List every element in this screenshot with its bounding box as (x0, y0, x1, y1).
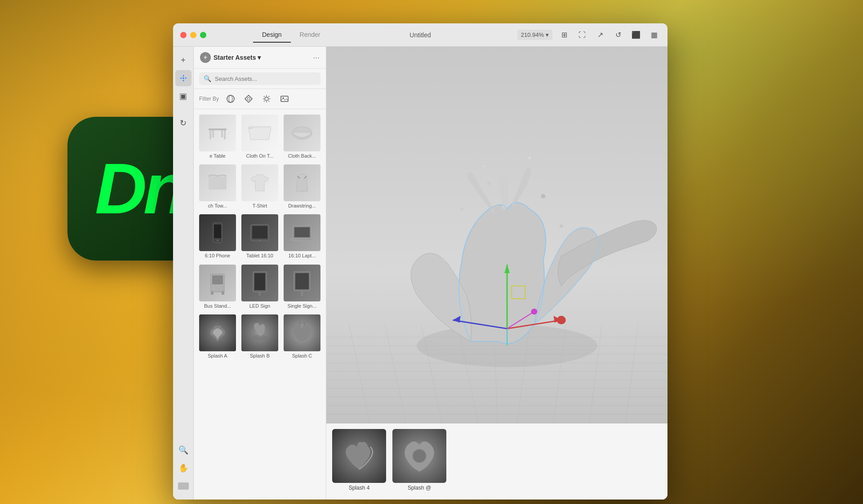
svg-point-70 (560, 225, 563, 228)
svg-rect-18 (212, 130, 214, 137)
assets-source-dropdown[interactable]: Starter Assets ▾ (214, 54, 261, 61)
asset-thumbnail (199, 214, 236, 251)
asset-label: Tablet 16:10 (246, 253, 273, 259)
add-asset-button[interactable]: + (200, 52, 211, 63)
asset-thumbnail (284, 115, 320, 151)
add-object-button[interactable]: + (175, 52, 191, 68)
tab-render[interactable]: Render (291, 27, 329, 43)
asset-thumbnail (241, 115, 278, 151)
svg-line-58 (421, 324, 444, 431)
list-item[interactable]: Single Sign... (282, 263, 322, 311)
asset-label: Cloth On T... (246, 153, 274, 159)
asset-label: Splash B (250, 353, 270, 359)
asset-thumbnail (241, 314, 278, 351)
svg-line-79 (453, 320, 507, 329)
list-item[interactable]: Cloth Back... (282, 113, 322, 161)
list-item[interactable]: ch Tow... (197, 163, 238, 211)
list-item[interactable]: Splash B (240, 313, 280, 361)
svg-point-3 (247, 97, 250, 100)
search-icon: 🔍 (204, 75, 211, 82)
asset-thumbnail (284, 265, 320, 301)
list-item[interactable]: Drawstring... (282, 163, 322, 211)
filter-3d-icon[interactable] (224, 93, 237, 105)
export-button[interactable]: ↗ (594, 29, 606, 41)
zoom-control[interactable]: 210.94% ▾ (517, 30, 552, 40)
list-item[interactable]: Tablet 16:10 (240, 212, 280, 261)
viewport[interactable]: Splash 4 Splash @ (326, 47, 667, 500)
svg-rect-34 (212, 275, 223, 284)
svg-rect-35 (211, 291, 214, 295)
move-tool-button[interactable] (175, 70, 191, 86)
asset-label: LED Sign (249, 303, 270, 309)
list-item[interactable]: Cloth On T... (240, 113, 280, 161)
bottom-panel: Splash 4 Splash @ (326, 423, 667, 500)
filter-bar: Filter By (194, 89, 326, 109)
svg-point-1 (227, 95, 234, 102)
list-item[interactable]: 6:10 Phone (197, 212, 238, 261)
filter-image-icon[interactable] (278, 93, 291, 105)
close-button[interactable] (180, 32, 187, 38)
svg-point-83 (557, 316, 566, 324)
list-item[interactable]: Splash C (282, 313, 322, 361)
list-item[interactable]: T-Shirt (240, 163, 280, 211)
svg-rect-26 (214, 225, 221, 238)
asset-thumbnail (199, 265, 236, 301)
asset-label: ch Tow... (208, 203, 227, 209)
asset-label: 16:10 Lapt... (288, 253, 316, 259)
asset-thumbnail (241, 265, 278, 301)
list-item[interactable]: Splash @ (390, 427, 449, 496)
svg-rect-38 (254, 273, 265, 290)
list-item[interactable]: e Table (197, 113, 238, 161)
list-item[interactable]: Splash 4 (330, 427, 388, 496)
asset-label: Single Sign... (288, 303, 317, 309)
scene-search-button[interactable]: 🔍 (175, 442, 191, 458)
list-item[interactable]: Splash A (197, 313, 238, 361)
asset-thumbnail (199, 164, 236, 201)
title-bar: Design Render Untitled 210.94% ▾ ⊞ ⛶ ↗ ↺… (173, 23, 667, 47)
hand-tool-button[interactable]: ✋ (175, 460, 191, 476)
frame-tool-button[interactable]: ▣ (175, 88, 191, 104)
svg-rect-15 (209, 128, 227, 130)
maximize-button[interactable] (200, 32, 206, 38)
asset-label: T-Shirt (253, 203, 267, 209)
asset-grid: e Table Cloth On T... (194, 109, 326, 500)
svg-line-63 (588, 324, 602, 431)
filter-material-icon[interactable] (242, 93, 255, 105)
list-item[interactable]: 16:10 Lapt... (282, 212, 322, 261)
assets-more-button[interactable]: ··· (313, 53, 320, 62)
logo-text: Dn (95, 153, 183, 225)
list-item[interactable]: Bus Stand... (197, 263, 238, 311)
assets-source-label: Starter Assets (214, 54, 256, 61)
assets-panel: + Starter Assets ▾ ··· 🔍 Filter By (194, 47, 326, 500)
tab-design[interactable]: Design (253, 27, 291, 43)
svg-line-84 (507, 312, 534, 329)
asset-label: Splash 4 (349, 485, 370, 491)
svg-marker-80 (453, 316, 460, 323)
camera-button[interactable]: ⬛ (630, 29, 642, 41)
svg-point-66 (487, 181, 491, 185)
frame-button[interactable]: ⛶ (576, 29, 588, 41)
svg-marker-76 (504, 265, 510, 273)
panel-collapse-button[interactable] (175, 478, 191, 494)
search-input[interactable] (215, 75, 316, 82)
svg-point-74 (528, 156, 531, 159)
list-item[interactable]: LED Sign (240, 263, 280, 311)
minimize-button[interactable] (190, 32, 196, 38)
svg-line-60 (494, 324, 498, 431)
svg-rect-29 (252, 226, 267, 239)
asset-label: Splash @ (408, 485, 431, 491)
asset-label: e Table (209, 153, 225, 159)
layout-button[interactable]: ▦ (648, 29, 660, 41)
svg-point-27 (217, 239, 218, 241)
undo-button[interactable]: ↺ (612, 29, 624, 41)
refresh-button[interactable]: ↻ (175, 115, 191, 131)
svg-line-59 (458, 324, 480, 431)
svg-point-68 (541, 194, 546, 199)
grid-view-button[interactable]: ⊞ (558, 29, 570, 41)
svg-line-62 (552, 324, 566, 431)
traffic-lights (180, 32, 206, 38)
toolbar-right: 210.94% ▾ ⊞ ⛶ ↗ ↺ ⬛ ▦ (517, 29, 660, 41)
assets-dropdown-chevron-icon: ▾ (258, 54, 261, 61)
zoom-chevron-icon: ▾ (546, 31, 549, 38)
filter-light-icon[interactable] (260, 93, 273, 105)
